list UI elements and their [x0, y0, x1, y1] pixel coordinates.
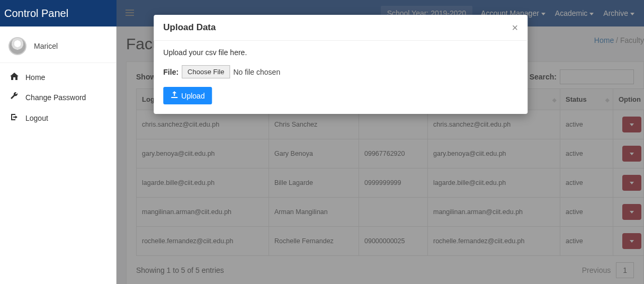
sidebar-item-label: Change Password: [25, 93, 86, 102]
upload-modal: Upload Data × Upload your csv file here.…: [154, 15, 527, 114]
sidebar-item-logout[interactable]: Logout: [0, 108, 116, 128]
file-label: File:: [163, 68, 178, 76]
home-icon: [10, 73, 19, 82]
modal-description: Upload your csv file here.: [163, 48, 518, 57]
sidebar-item-label: Logout: [25, 114, 48, 122]
wrench-icon: [10, 92, 19, 102]
logout-icon: [10, 113, 19, 123]
user-block: Maricel: [0, 33, 116, 63]
sidebar-item-label: Home: [25, 73, 45, 82]
no-file-text: No file chosen: [233, 68, 280, 76]
modal-title: Upload Data: [163, 22, 216, 33]
upload-button[interactable]: Upload: [163, 87, 212, 104]
sidebar: Maricel Home Change Password Logout: [0, 26, 117, 284]
sidebar-item-home[interactable]: Home: [0, 67, 116, 87]
sidebar-item-change-password[interactable]: Change Password: [0, 87, 116, 108]
upload-icon: [171, 91, 178, 100]
avatar: [8, 37, 26, 55]
choose-file-button[interactable]: Choose File: [182, 65, 230, 78]
close-icon[interactable]: ×: [512, 22, 518, 33]
user-name: Maricel: [34, 42, 58, 50]
brand-title: Control Panel: [0, 0, 117, 26]
